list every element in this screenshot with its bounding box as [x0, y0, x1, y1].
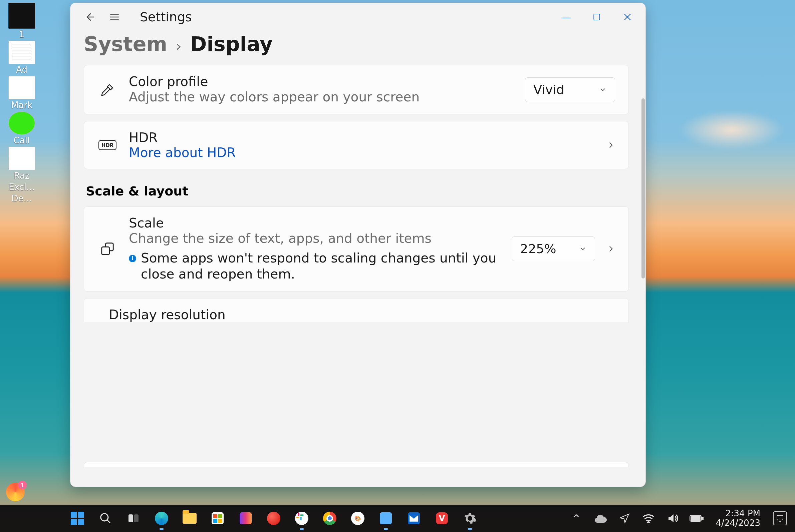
- breadcrumb-parent[interactable]: System: [84, 32, 167, 56]
- desktop-icon[interactable]: Ad: [3, 41, 40, 75]
- paint-icon: 🎨: [351, 512, 365, 525]
- app-title: Settings: [140, 10, 192, 24]
- opera-icon: [267, 512, 280, 525]
- breadcrumb-current: Display: [190, 32, 273, 56]
- desktop-icon-label: Raz: [3, 171, 40, 181]
- svg-rect-3: [102, 247, 109, 255]
- desktop-icon-column: 1 Ad Mark Call Raz Excl... De...: [3, 3, 53, 205]
- desktop-icon[interactable]: Call: [3, 111, 40, 146]
- taskbar-app-explorer[interactable]: [175, 505, 204, 532]
- folder-icon: [183, 513, 197, 524]
- title-bar[interactable]: Settings —: [70, 3, 646, 31]
- thumbnail-icon: [8, 3, 35, 29]
- svg-rect-0: [594, 14, 600, 20]
- card-top-sliver: [84, 462, 629, 467]
- desktop: 1 Ad Mark Call Raz Excl... De...: [0, 0, 795, 532]
- desktop-icon[interactable]: De...: [3, 193, 40, 204]
- text-file-icon: [8, 147, 35, 170]
- chevron-right-icon[interactable]: [606, 141, 615, 149]
- display-resolution-card[interactable]: Display resolution: [84, 298, 629, 322]
- dropdown-value: 225%: [520, 242, 556, 256]
- taskbar: 🎨 V ^: [0, 505, 795, 532]
- svg-rect-6: [134, 514, 138, 522]
- scale-info-text: Some apps won't respond to scaling chang…: [141, 250, 500, 283]
- task-view-button[interactable]: [119, 505, 148, 532]
- taskbar-clock[interactable]: 2:34 PM 4/24/2023: [716, 509, 760, 528]
- svg-text:HDR: HDR: [101, 142, 114, 148]
- scale-advanced-chevron[interactable]: [606, 245, 615, 253]
- desktop-icon-label: Ad: [3, 65, 40, 75]
- desktop-icon[interactable]: 1: [3, 3, 40, 39]
- svg-rect-5: [129, 514, 133, 522]
- color-profile-card[interactable]: Color profile Adjust the way colors appe…: [84, 65, 629, 114]
- breadcrumb: System › Display: [70, 31, 646, 65]
- taskbar-app-paint[interactable]: 🎨: [344, 505, 372, 532]
- settings-window: Settings — System › Display: [70, 3, 646, 487]
- maximize-button[interactable]: [581, 7, 612, 27]
- mail-icon: [408, 512, 420, 524]
- chrome-icon: [323, 512, 336, 525]
- chevron-down-icon: [579, 245, 587, 253]
- svg-rect-10: [691, 516, 700, 520]
- windows-logo-icon: [71, 512, 84, 525]
- desktop-icon-label: Mark: [3, 100, 40, 110]
- desktop-icon-label: De...: [3, 193, 40, 204]
- vivaldi-icon: V: [436, 512, 448, 524]
- copilot-button[interactable]: [6, 483, 25, 501]
- more-about-hdr-link[interactable]: More about HDR: [129, 145, 595, 160]
- taskbar-app-chrome[interactable]: [316, 505, 344, 532]
- hdr-card[interactable]: HDR HDR More about HDR: [84, 121, 629, 169]
- scrollbar[interactable]: [642, 98, 645, 279]
- taskbar-app-mail[interactable]: [400, 505, 428, 532]
- chevron-down-icon: [599, 86, 607, 94]
- info-icon: i: [129, 255, 136, 262]
- taskbar-time: 2:34 PM: [716, 509, 760, 518]
- onedrive-icon[interactable]: [593, 511, 608, 526]
- taskbar-app-slack[interactable]: [288, 505, 316, 532]
- app-shortcut-icon: [8, 111, 35, 135]
- desktop-icon[interactable]: Excl...: [3, 182, 40, 192]
- taskbar-app-store[interactable]: [204, 505, 232, 532]
- dropdown-value: Vivid: [533, 82, 565, 97]
- scale-icon: [97, 241, 117, 256]
- setting-title: Display resolution: [109, 307, 615, 322]
- taskbar-app-clipchamp[interactable]: [232, 505, 260, 532]
- start-button[interactable]: [63, 505, 91, 532]
- settings-content[interactable]: Color profile Adjust the way colors appe…: [70, 65, 646, 469]
- desktop-icon[interactable]: Mark: [3, 76, 40, 110]
- taskbar-app-vivaldi[interactable]: V: [428, 505, 456, 532]
- system-tray: ^ 2:34 PM 4/24/2023: [569, 509, 795, 528]
- taskbar-app-settings[interactable]: [456, 505, 484, 532]
- close-button[interactable]: [612, 7, 643, 27]
- desktop-icon-label: Excl...: [3, 182, 40, 192]
- store-icon: [211, 512, 224, 524]
- setting-title: Scale: [129, 215, 500, 230]
- eyedropper-icon: [97, 82, 117, 97]
- setting-title: HDR: [129, 130, 595, 145]
- svg-point-7: [647, 522, 649, 523]
- svg-rect-9: [702, 517, 703, 520]
- back-button[interactable]: [83, 10, 96, 24]
- notification-center-button[interactable]: [773, 511, 787, 525]
- taskbar-app-opera[interactable]: [260, 505, 288, 532]
- volume-icon[interactable]: [665, 511, 680, 526]
- scale-card[interactable]: Scale Change the size of text, apps, and…: [84, 207, 629, 291]
- text-file-icon: [8, 76, 35, 99]
- nav-menu-button[interactable]: [108, 10, 121, 24]
- svg-point-4: [101, 514, 108, 521]
- tray-overflow-button[interactable]: ^: [569, 511, 584, 526]
- clipchamp-icon: [240, 512, 252, 524]
- scale-dropdown[interactable]: 225%: [512, 236, 595, 261]
- desktop-icon[interactable]: Raz: [3, 147, 40, 181]
- color-profile-dropdown[interactable]: Vivid: [525, 77, 615, 102]
- minimize-button[interactable]: —: [551, 7, 581, 27]
- search-button[interactable]: [91, 505, 119, 532]
- battery-icon[interactable]: [689, 511, 704, 526]
- wifi-icon[interactable]: [641, 511, 656, 526]
- location-icon[interactable]: [617, 511, 632, 526]
- setting-subtitle: Change the size of text, apps, and other…: [129, 230, 500, 247]
- taskbar-app-notepad[interactable]: [372, 505, 400, 532]
- taskbar-date: 4/24/2023: [716, 518, 760, 528]
- taskbar-app-edge[interactable]: [148, 505, 175, 532]
- setting-subtitle: Adjust the way colors appear on your scr…: [129, 89, 514, 106]
